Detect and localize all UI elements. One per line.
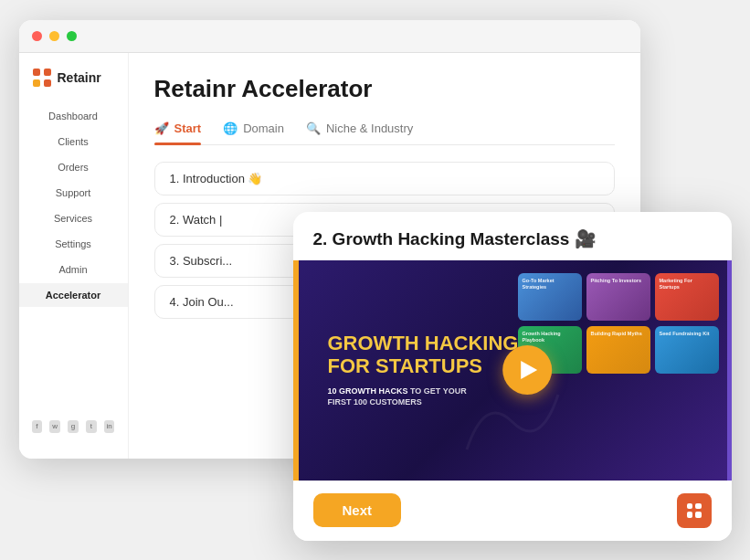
thumb-label-5: Building Rapid Myths xyxy=(591,331,646,337)
sidebar-item-admin[interactable]: Admin xyxy=(19,258,128,281)
sidebar-item-settings[interactable]: Settings xyxy=(19,232,128,256)
floating-card: 2. Growth Hacking Masterclass 🎥 GROWTH H… xyxy=(293,212,732,541)
google-icon[interactable]: g xyxy=(68,420,79,433)
whatsapp-icon[interactable]: w xyxy=(49,420,60,433)
grid-dot-3 xyxy=(687,512,693,518)
thumbnail-2: Pitching To Investors xyxy=(586,273,650,321)
video-subtitle: 10 GROWTH HACKS TO GET YOURFIRST 100 CUS… xyxy=(328,386,519,408)
sidebar-item-support[interactable]: Support xyxy=(19,181,128,205)
grid-dot-4 xyxy=(695,512,702,518)
dot-green[interactable] xyxy=(67,31,77,41)
video-title-line2: FOR STARTUPS xyxy=(328,354,482,377)
grid-dot-2 xyxy=(695,503,702,510)
card-footer: Next xyxy=(293,481,732,541)
sidebar-item-services[interactable]: Services xyxy=(19,206,128,230)
sidebar-logo: Retainr xyxy=(19,68,128,102)
svg-rect-0 xyxy=(33,69,40,76)
card-title-text: 2. Growth Hacking Masterclass xyxy=(313,229,570,248)
thumbnail-6: Seed Fundraising Kit xyxy=(655,326,719,374)
play-button[interactable] xyxy=(502,345,552,395)
thumb-label-6: Seed Fundraising Kit xyxy=(660,331,714,337)
video-left-bar xyxy=(293,260,299,481)
thumb-label-2: Pitching To Investors xyxy=(591,278,646,284)
browser-titlebar xyxy=(19,20,640,53)
sidebar-item-orders[interactable]: Orders xyxy=(19,155,128,179)
sidebar-social-icons: f w g t in xyxy=(19,409,128,444)
tab-niche-label: Niche & Industry xyxy=(326,122,413,135)
tab-start[interactable]: 🚀 Start xyxy=(154,116,202,144)
sidebar-item-accelerator[interactable]: Accelerator xyxy=(19,283,128,307)
sidebar-item-clients[interactable]: Clients xyxy=(19,130,128,153)
sidebar-item-dashboard[interactable]: Dashboard xyxy=(19,104,128,128)
tab-niche-icon: 🔍 xyxy=(306,122,321,135)
svg-rect-3 xyxy=(44,79,51,87)
card-header: 2. Growth Hacking Masterclass 🎥 xyxy=(293,212,732,260)
thumb-label-1: Go-To Market Strategies xyxy=(523,278,577,291)
linkedin-icon[interactable]: in xyxy=(104,420,115,433)
logo-icon xyxy=(32,68,52,88)
tab-start-label: Start xyxy=(174,122,202,135)
play-triangle-icon xyxy=(521,361,537,379)
thumb-row-1: Go-To Market Strategies Pitching To Inve… xyxy=(518,273,719,321)
grid-icon-button[interactable] xyxy=(677,493,712,528)
video-main-title: GROWTH HACKING FOR STARTUPS xyxy=(328,332,519,378)
scene: Retainr Dashboard Clients Orders Support… xyxy=(19,20,732,541)
step-item-1[interactable]: 1. Introduction 👋 xyxy=(154,162,615,195)
svg-rect-2 xyxy=(33,79,40,87)
page-title: Retainr Accelerator xyxy=(154,75,615,103)
dot-yellow[interactable] xyxy=(49,31,59,41)
tab-domain-icon: 🌐 xyxy=(223,122,238,135)
dot-red[interactable] xyxy=(32,31,42,41)
thumb-label-4: Growth Hacking Playbook xyxy=(523,331,577,343)
tab-domain-label: Domain xyxy=(243,122,284,135)
card-body: GROWTH HACKING FOR STARTUPS 10 GROWTH HA… xyxy=(293,260,732,481)
thumb-label-3: Marketing For Startups xyxy=(660,278,714,291)
thumbnail-1: Go-To Market Strategies xyxy=(518,273,582,321)
tabs: 🚀 Start 🌐 Domain 🔍 Niche & Industry xyxy=(154,116,615,145)
video-text-area: GROWTH HACKING FOR STARTUPS 10 GROWTH HA… xyxy=(315,332,519,408)
video-preview: GROWTH HACKING FOR STARTUPS 10 GROWTH HA… xyxy=(293,260,732,481)
card-title: 2. Growth Hacking Masterclass 🎥 xyxy=(313,228,597,249)
thumbnail-3: Marketing For Startups xyxy=(655,273,719,321)
video-title-line1: GROWTH HACKING xyxy=(328,332,519,354)
sidebar: Retainr Dashboard Clients Orders Support… xyxy=(19,53,129,459)
card-title-icon: 🎥 xyxy=(575,229,597,248)
svg-rect-1 xyxy=(44,69,51,76)
facebook-icon[interactable]: f xyxy=(32,420,43,433)
logo-text: Retainr xyxy=(58,70,101,85)
thumbnail-5: Building Rapid Myths xyxy=(586,326,650,374)
tab-niche[interactable]: 🔍 Niche & Industry xyxy=(306,116,413,144)
tab-domain[interactable]: 🌐 Domain xyxy=(223,116,284,144)
twitter-icon[interactable]: t xyxy=(86,420,97,433)
next-button[interactable]: Next xyxy=(313,493,402,527)
video-subtitle-bold: 10 GROWTH HACKS xyxy=(328,386,408,396)
grid-icon xyxy=(687,503,702,518)
video-right-bar xyxy=(727,260,732,481)
tab-start-icon: 🚀 xyxy=(154,122,169,135)
grid-dot-1 xyxy=(687,503,693,510)
